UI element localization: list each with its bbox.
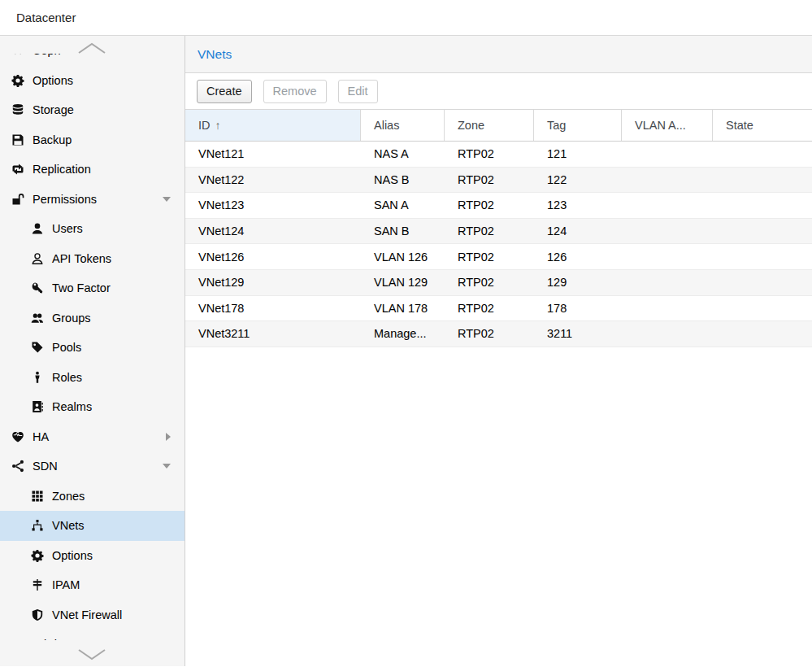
edit-button[interactable]: Edit [338,80,378,103]
table-row[interactable]: VNet126VLAN 126RTP02126 [185,244,812,270]
window-title-bar: Datacenter [0,0,812,36]
caret-right-icon[interactable] [166,433,171,441]
cell-alias[interactable]: VLAN 126 [361,244,445,269]
sidebar-item-storage[interactable]: Storage [0,95,185,125]
sidebar-list: Ceph Options Storage Backup Replication … [0,36,185,660]
cell-tag[interactable]: 122 [534,168,622,193]
table-row[interactable]: VNet124SAN BRTP02124 [185,219,812,245]
sidebar-item-realms[interactable]: Realms [0,392,185,422]
table-row[interactable]: VNet178VLAN 178RTP02178 [185,296,812,322]
table-row[interactable]: VNet123SAN ARTP02123 [185,193,812,219]
sidebar-item-ha[interactable]: HA [0,422,185,452]
sidebar-item-sdn[interactable]: SDN [0,451,185,482]
cell-state[interactable] [713,244,812,269]
sidebar-item-options[interactable]: Options [0,541,185,571]
cell-alias[interactable]: SAN B [361,219,445,244]
cell-zone[interactable]: RTP02 [445,296,534,321]
sidebar-scroll-up[interactable] [0,36,184,54]
cell-tag[interactable]: 126 [534,244,622,269]
sidebar-item-zones[interactable]: Zones [0,482,185,512]
column-header-id[interactable]: ID ↑ [185,110,361,141]
table-row[interactable]: VNet3211Manage...RTP023211 [185,321,812,347]
table-row[interactable]: VNet121NAS ARTP02121 [185,142,812,168]
cell-zone[interactable]: RTP02 [445,142,534,167]
sidebar-item-groups[interactable]: Groups [0,303,185,334]
cell-id[interactable]: VNet121 [185,142,361,167]
cell-zone[interactable]: RTP02 [445,219,534,244]
remove-button[interactable]: Remove [263,80,327,103]
cell-zone[interactable]: RTP02 [445,193,534,218]
cell-alias[interactable]: VLAN 178 [361,296,445,321]
cell-state[interactable] [713,142,812,167]
sidebar-item-api-tokens[interactable]: API Tokens [0,244,185,274]
cell-id[interactable]: VNet123 [185,193,361,218]
signpost-icon [30,578,44,592]
caret-down-icon[interactable] [163,197,171,202]
cell-alias[interactable]: SAN A [361,193,445,218]
cell-state[interactable] [713,296,812,321]
cell-vlan-aware[interactable] [622,219,713,244]
cell-tag[interactable]: 123 [534,193,622,218]
grid-icon [30,489,44,503]
column-header-alias[interactable]: Alias [361,110,445,141]
network-icon [11,460,24,473]
table-row[interactable]: VNet129VLAN 129RTP02129 [185,270,812,296]
cell-id[interactable]: VNet178 [185,296,361,321]
address-book-icon [30,400,44,414]
column-header-tag[interactable]: Tag [534,110,622,141]
cell-tag[interactable]: 178 [534,296,622,321]
cell-state[interactable] [713,219,812,244]
cell-tag[interactable]: 129 [534,270,622,295]
cell-vlan-aware[interactable] [622,193,713,218]
cell-state[interactable] [713,321,812,347]
cell-alias[interactable]: Manage... [361,321,445,347]
sort-asc-icon: ↑ [215,119,221,132]
sidebar-item-roles[interactable]: Roles [0,363,185,393]
table-body: VNet121NAS ARTP02121VNet122NAS BRTP02122… [185,142,812,666]
table-header-row: ID ↑ Alias Zone Tag VLAN A... State [185,110,812,142]
chevron-up-icon [77,42,106,54]
caret-down-icon[interactable] [163,464,171,469]
cell-vlan-aware[interactable] [622,142,713,167]
cell-tag[interactable]: 3211 [534,321,622,347]
cell-id[interactable]: VNet129 [185,270,361,295]
cell-vlan-aware[interactable] [622,321,713,347]
sidebar-item-replication[interactable]: Replication [0,155,185,185]
sidebar-item-vnet-firewall[interactable]: VNet Firewall [0,600,185,630]
cell-alias[interactable]: NAS A [361,142,445,167]
cell-vlan-aware[interactable] [622,296,713,321]
cell-state[interactable] [713,193,812,218]
column-header-zone[interactable]: Zone [445,110,534,141]
cell-id[interactable]: VNet3211 [185,321,361,347]
cell-alias[interactable]: NAS B [361,168,445,193]
sidebar-item-vnets[interactable]: VNets [0,511,185,541]
sidebar-item-users[interactable]: Users [0,214,185,244]
cell-vlan-aware[interactable] [622,244,713,269]
cell-tag[interactable]: 124 [534,219,622,244]
sidebar-item-backup[interactable]: Backup [0,125,185,155]
table-row[interactable]: VNet122NAS BRTP02122 [185,168,812,194]
cell-vlan-aware[interactable] [622,270,713,295]
cell-zone[interactable]: RTP02 [445,270,534,295]
sidebar-item-two-factor[interactable]: Two Factor [0,273,185,303]
cell-tag[interactable]: 121 [534,142,622,167]
cell-vlan-aware[interactable] [622,168,713,193]
sidebar-item-permissions[interactable]: Permissions [0,185,185,215]
column-header-vlan-aware[interactable]: VLAN A... [622,110,713,141]
cell-zone[interactable]: RTP02 [445,168,534,193]
sidebar-item-ipam[interactable]: IPAM [0,570,185,600]
cell-zone[interactable]: RTP02 [445,321,534,347]
cell-id[interactable]: VNet124 [185,219,361,244]
column-header-state[interactable]: State [713,110,812,141]
cell-zone[interactable]: RTP02 [445,244,534,269]
cell-alias[interactable]: VLAN 129 [361,270,445,295]
shield-icon [30,608,44,621]
sidebar-scroll-down[interactable] [0,640,184,666]
create-button[interactable]: Create [197,80,252,103]
sidebar-item-options[interactable]: Options [0,66,185,96]
cell-id[interactable]: VNet122 [185,168,361,193]
cell-state[interactable] [713,168,812,193]
cell-id[interactable]: VNet126 [185,244,361,269]
cell-state[interactable] [713,270,812,295]
sidebar-item-pools[interactable]: Pools [0,333,185,363]
